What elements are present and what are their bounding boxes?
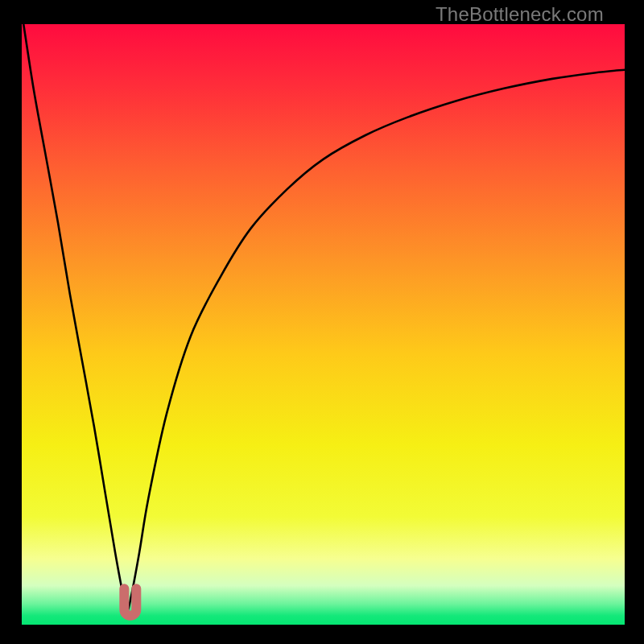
plot-area xyxy=(22,24,625,625)
watermark-text: TheBottleneck.com xyxy=(436,3,604,26)
plot-svg xyxy=(22,24,625,625)
outer-frame: TheBottleneck.com xyxy=(0,0,644,644)
